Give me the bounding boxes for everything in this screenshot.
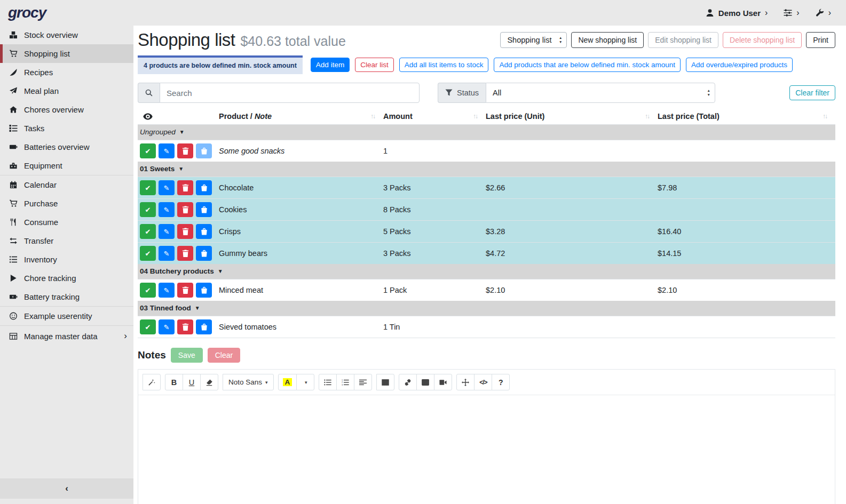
insert-table-button[interactable] [376,374,394,390]
mark-done-button[interactable]: ✔ [140,202,156,217]
mark-done-button[interactable]: ✔ [140,246,156,261]
sidebar-item-transfer[interactable]: Transfer [0,231,133,250]
text-color-dropdown-button[interactable]: ▾ [296,374,314,390]
clear-notes-button[interactable]: Clear [208,348,240,363]
delete-item-button[interactable] [177,202,193,217]
user-menu[interactable]: Demo User › [706,9,768,18]
status-select[interactable]: All ▲▼ [486,83,715,103]
delete-item-button[interactable] [177,143,193,158]
group-row[interactable]: 01 Sweets▼ [138,162,835,177]
column-header-amount[interactable]: Amount ↑↓ [383,112,486,121]
sidebar-item-consume[interactable]: Consume [0,213,133,231]
new-shopping-list-button[interactable]: New shopping list [571,32,644,48]
delete-item-button[interactable] [177,224,193,239]
unordered-list-button[interactable] [319,374,337,390]
edit-item-button[interactable]: ✎ [159,180,175,195]
add-item-button[interactable]: Add item [311,58,350,72]
mark-done-button[interactable]: ✔ [140,283,156,298]
delete-item-button[interactable] [177,246,193,261]
group-row[interactable]: Ungrouped▼ [138,125,835,140]
codeview-button[interactable]: </> [474,374,492,390]
check-icon: ✔ [145,147,151,155]
purchase-item-button[interactable] [196,224,212,239]
ordered-list-button[interactable]: 123 [336,374,354,390]
clear-list-button[interactable]: Clear list [355,58,394,72]
app-logo[interactable]: grocy [8,4,46,21]
purchase-item-button[interactable] [196,246,212,261]
sidebar-item-stock-overview[interactable]: Stock overview [0,26,133,44]
notes-editor-content[interactable] [138,395,835,504]
column-header-product[interactable]: Product / Note ↑↓ [219,112,383,121]
sidebar-item-example-userentity[interactable]: Example userentity [0,306,133,325]
purchase-item-button[interactable] [196,283,212,298]
purchase-item-button[interactable] [196,143,212,158]
font-family-button[interactable]: Noto Sans ▾ [223,374,274,390]
sidebar-item-equipment[interactable]: Equipment [0,156,133,175]
shopping-list-select[interactable]: Shopping list ▲▼ [500,32,567,48]
mark-done-button[interactable]: ✔ [140,143,156,158]
sidebar-collapse-button[interactable]: ‹ [0,478,133,499]
underline-button[interactable]: U [183,374,201,390]
text-color-button[interactable]: A [278,374,297,390]
save-notes-button[interactable]: Save [171,348,203,363]
sidebar-item-recipes[interactable]: Recipes [0,63,133,82]
sidebar-item-manage-master-data[interactable]: Manage master data› [0,325,133,346]
column-header-unit-price[interactable]: Last price (Unit) ↑↓ [486,112,658,121]
sidebar-item-batteries-overview[interactable]: Batteries overview [0,138,133,156]
row-actions: ✔✎ [138,180,219,195]
sidebar-item-inventory[interactable]: Inventory [0,250,133,269]
purchase-item-button[interactable] [196,319,212,334]
sort-icon[interactable]: ↑↓ [370,113,375,120]
bold-button[interactable]: B [165,374,183,390]
delete-item-button[interactable] [177,180,193,195]
toggle-done-items-eye-icon[interactable] [143,113,153,120]
insert-picture-button[interactable] [416,374,434,390]
mark-done-button[interactable]: ✔ [140,319,156,334]
insert-link-button[interactable] [399,374,417,390]
edit-item-button[interactable]: ✎ [159,246,175,261]
help-button[interactable]: ? [492,374,510,390]
sidebar-item-shopping-list[interactable]: Shopping list [0,44,133,63]
group-row[interactable]: 04 Butchery products▼ [138,264,835,279]
paragraph-align-button[interactable] [354,374,372,390]
edit-item-button[interactable]: ✎ [159,283,175,298]
purchase-item-button[interactable] [196,202,212,217]
insert-video-button[interactable] [434,374,452,390]
style-magic-button[interactable] [143,374,161,390]
edit-item-button[interactable]: ✎ [159,319,175,334]
edit-shopping-list-button[interactable]: Edit shopping list [648,32,718,48]
add-overdue-button[interactable]: Add overdue/expired products [686,58,793,72]
admin-menu[interactable]: › [816,9,831,17]
edit-item-button[interactable]: ✎ [159,224,175,239]
mark-done-button[interactable]: ✔ [140,180,156,195]
purchase-item-button[interactable] [196,180,212,195]
fullscreen-button[interactable] [456,374,475,390]
group-row[interactable]: 03 Tinned food▼ [138,301,835,316]
mark-done-button[interactable]: ✔ [140,224,156,239]
add-all-to-stock-button[interactable]: Add all list items to stock [399,58,489,72]
sidebar-item-battery-tracking[interactable]: Battery tracking [0,287,133,306]
sidebar-item-meal-plan[interactable]: Meal plan [0,82,133,100]
sort-icon[interactable]: ↑↓ [823,113,827,120]
min-stock-alert[interactable]: 4 products are below defined min. stock … [138,55,303,74]
sidebar-item-calendar[interactable]: Calendar [0,175,133,194]
print-button[interactable]: Print [806,32,835,48]
search-input[interactable] [160,83,420,103]
settings-menu[interactable]: › [784,9,799,17]
add-below-min-stock-button[interactable]: Add products that are below defined min.… [494,58,680,72]
sort-icon[interactable]: ↑↓ [645,113,649,120]
sort-icon[interactable]: ↑↓ [473,113,477,120]
delete-shopping-list-button[interactable]: Delete shopping list [723,32,802,48]
delete-item-button[interactable] [177,319,193,334]
delete-item-button[interactable] [177,283,193,298]
edit-item-button[interactable]: ✎ [159,143,175,158]
clear-filter-button[interactable]: Clear filter [789,85,835,100]
sidebar-item-purchase[interactable]: Purchase [0,194,133,213]
edit-item-button[interactable]: ✎ [159,202,175,217]
clear-formatting-button[interactable] [200,374,218,390]
sidebar-item-chore-tracking[interactable]: Chore tracking [0,269,133,287]
sidebar-item-chores-overview[interactable]: Chores overview [0,100,133,119]
total-price-cell: $2.10 [658,286,835,294]
sidebar-item-tasks[interactable]: Tasks [0,119,133,138]
column-header-total-price[interactable]: Last price (Total) ↑↓ [658,112,835,121]
